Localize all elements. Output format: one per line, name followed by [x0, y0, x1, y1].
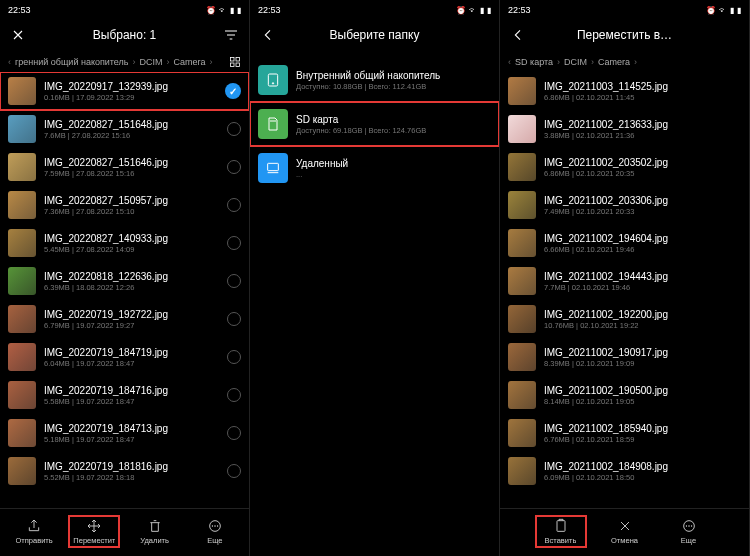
file-row[interactable]: IMG_20211002_203306.jpg7.49MB | 02.10.20… [500, 186, 749, 224]
thumbnail [508, 77, 536, 105]
svg-point-13 [686, 526, 687, 527]
checkbox-unchecked-icon[interactable] [227, 274, 241, 288]
file-name: IMG_20220827_151646.jpg [44, 157, 219, 168]
more-button[interactable]: Еще [190, 516, 240, 547]
storage-row[interactable]: Внутренний общий накопительДоступно: 10.… [250, 58, 499, 102]
bottom-bar: Вставить Отмена Еще [500, 508, 749, 556]
file-name: IMG_20211002_203306.jpg [544, 195, 741, 206]
file-row[interactable]: IMG_20211002_192200.jpg10.76MB | 02.10.2… [500, 300, 749, 338]
more-icon [207, 518, 223, 534]
thumbnail [508, 305, 536, 333]
status-icons: ⏰ ᯤ ▮ ▮ [706, 6, 741, 15]
share-icon [26, 518, 42, 534]
checkbox-unchecked-icon[interactable] [227, 236, 241, 250]
chevron-left-icon: ‹ [508, 57, 511, 67]
svg-rect-3 [236, 63, 240, 67]
breadcrumb-segment: DCIM [140, 57, 163, 67]
checkbox-unchecked-icon[interactable] [227, 426, 241, 440]
back-button[interactable] [510, 27, 530, 43]
file-row[interactable]: IMG_20220827_151648.jpg7.6MB | 27.08.202… [0, 110, 249, 148]
file-row[interactable]: IMG_20211002_194604.jpg6.66MB | 02.10.20… [500, 224, 749, 262]
breadcrumb-segment: Camera [174, 57, 206, 67]
thumbnail [8, 343, 36, 371]
chevron-right-icon: › [634, 57, 637, 67]
bottom-bar: Отправить Переместит Удалить Еще [0, 508, 249, 556]
checkbox-unchecked-icon[interactable] [227, 464, 241, 478]
checkbox-unchecked-icon[interactable] [227, 160, 241, 174]
storage-row[interactable]: Удаленный... [250, 146, 499, 190]
file-name: IMG_20220827_151648.jpg [44, 119, 219, 130]
back-button[interactable] [260, 27, 280, 43]
alarm-icon: ⏰ [206, 6, 216, 15]
file-meta: 6.79MB | 19.07.2022 19:27 [44, 321, 219, 330]
file-list[interactable]: IMG_20211003_114525.jpg6.86MB | 02.10.20… [500, 72, 749, 508]
file-meta: 8.14MB | 02.10.2021 19:05 [544, 397, 741, 406]
file-row[interactable]: IMG_20220719_181816.jpg5.52MB | 19.07.20… [0, 452, 249, 490]
file-row[interactable]: IMG_20220719_184719.jpg6.04MB | 19.07.20… [0, 338, 249, 376]
file-row[interactable]: IMG_20211002_190500.jpg8.14MB | 02.10.20… [500, 376, 749, 414]
file-row[interactable]: IMG_20211003_114525.jpg6.86MB | 02.10.20… [500, 72, 749, 110]
paste-button[interactable]: Вставить [536, 516, 586, 547]
send-button[interactable]: Отправить [9, 516, 59, 547]
status-time: 22:53 [8, 5, 31, 15]
grid-view-icon[interactable] [229, 56, 241, 68]
file-meta: 7.59MB | 27.08.2022 15:16 [44, 169, 219, 178]
move-label: Переместит [73, 536, 115, 545]
battery-icon: ▮ [737, 6, 741, 15]
file-row[interactable]: IMG_20211002_213633.jpg3.88MB | 02.10.20… [500, 110, 749, 148]
file-name: IMG_20211002_190917.jpg [544, 347, 741, 358]
svg-rect-11 [557, 521, 565, 532]
file-row[interactable]: IMG_20220719_184713.jpg5.18MB | 19.07.20… [0, 414, 249, 452]
close-button[interactable] [10, 27, 30, 43]
file-row[interactable]: IMG_20220827_151646.jpg7.59MB | 27.08.20… [0, 148, 249, 186]
more-button[interactable]: Еще [664, 516, 714, 547]
file-meta: 5.18MB | 19.07.2022 18:47 [44, 435, 219, 444]
file-row[interactable]: IMG_20211002_194443.jpg7.7MB | 02.10.202… [500, 262, 749, 300]
checkbox-unchecked-icon[interactable] [227, 350, 241, 364]
wifi-icon: ᯤ [219, 6, 227, 15]
checkbox-unchecked-icon[interactable] [227, 388, 241, 402]
breadcrumb-segment: DCIM [564, 57, 587, 67]
alarm-icon: ⏰ [456, 6, 466, 15]
file-row[interactable]: IMG_20211002_185940.jpg6.76MB | 02.10.20… [500, 414, 749, 452]
file-meta: 0.16MB | 17.09.2022 13:29 [44, 93, 217, 102]
move-icon [86, 518, 102, 534]
sd-card-icon [258, 109, 288, 139]
breadcrumb[interactable]: ‹ гренний общий накопитель › DCIM › Came… [0, 52, 249, 72]
delete-button[interactable]: Удалить [130, 516, 180, 547]
file-row[interactable]: IMG_20220917_132939.jpg0.16MB | 17.09.20… [0, 72, 249, 110]
file-row[interactable]: IMG_20220719_192722.jpg6.79MB | 19.07.20… [0, 300, 249, 338]
header-title: Выбрано: 1 [0, 28, 249, 42]
file-list[interactable]: IMG_20220917_132939.jpg0.16MB | 17.09.20… [0, 72, 249, 508]
file-row[interactable]: IMG_20220827_150957.jpg7.36MB | 27.08.20… [0, 186, 249, 224]
file-row[interactable]: IMG_20211002_190917.jpg8.39MB | 02.10.20… [500, 338, 749, 376]
file-name: IMG_20211003_114525.jpg [544, 81, 741, 92]
svg-point-9 [272, 83, 273, 84]
thumbnail [508, 229, 536, 257]
cancel-button[interactable]: Отмена [600, 516, 650, 547]
checkbox-unchecked-icon[interactable] [227, 312, 241, 326]
move-button[interactable]: Переместит [69, 516, 119, 547]
svg-point-6 [215, 526, 216, 527]
file-row[interactable]: IMG_20220827_140933.jpg5.45MB | 27.08.20… [0, 224, 249, 262]
chevron-right-icon: › [133, 57, 136, 67]
file-name: IMG_20220827_150957.jpg [44, 195, 219, 206]
breadcrumb[interactable]: ‹ SD карта › DCIM › Camera › [500, 52, 749, 72]
header: Выберите папку [250, 18, 499, 52]
file-row[interactable]: IMG_20220818_122636.jpg6.39MB | 18.08.20… [0, 262, 249, 300]
thumbnail [8, 267, 36, 295]
file-row[interactable]: IMG_20211002_203502.jpg6.86MB | 02.10.20… [500, 148, 749, 186]
thumbnail [8, 77, 36, 105]
checkbox-checked-icon[interactable] [225, 83, 241, 99]
file-meta: 6.86MB | 02.10.2021 11:45 [544, 93, 741, 102]
chevron-left-icon [510, 27, 526, 43]
filter-button[interactable] [219, 27, 239, 43]
file-meta: 10.76MB | 02.10.2021 19:22 [544, 321, 741, 330]
file-meta: 6.39MB | 18.08.2022 12:26 [44, 283, 219, 292]
checkbox-unchecked-icon[interactable] [227, 198, 241, 212]
checkbox-unchecked-icon[interactable] [227, 122, 241, 136]
file-row[interactable]: IMG_20220719_184716.jpg5.58MB | 19.07.20… [0, 376, 249, 414]
storage-list[interactable]: Внутренний общий накопительДоступно: 10.… [250, 52, 499, 556]
file-row[interactable]: IMG_20211002_184908.jpg6.09MB | 02.10.20… [500, 452, 749, 490]
storage-row[interactable]: SD картаДоступно: 69.18GB | Всего: 124.7… [250, 102, 499, 146]
